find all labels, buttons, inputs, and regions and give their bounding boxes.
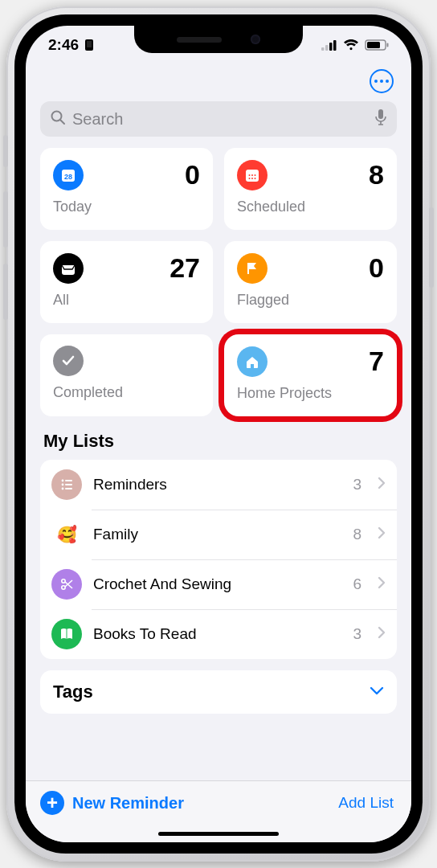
list-item-crochet[interactable]: Crochet And Sewing 6 (40, 559, 397, 609)
book-icon (51, 619, 82, 649)
label-home: Home Projects (237, 385, 384, 402)
svg-rect-5 (333, 40, 337, 51)
list-label: Family (93, 526, 341, 543)
list-item-reminders[interactable]: Reminders 3 (40, 460, 397, 510)
cellular-icon (321, 40, 337, 51)
clock: 2:46 (48, 36, 79, 54)
list-label: Crochet And Sewing (93, 575, 341, 593)
list-bullets-icon (51, 469, 82, 500)
svg-point-20 (255, 174, 256, 176)
svg-line-10 (61, 121, 65, 125)
card-today[interactable]: 28 0 Today (40, 148, 213, 230)
chevron-right-icon (378, 626, 386, 642)
list-count: 3 (353, 625, 361, 643)
list-count: 8 (353, 526, 361, 543)
plus-icon: + (40, 791, 64, 815)
label-flagged: Flagged (237, 292, 384, 309)
list-item-books[interactable]: Books To Read 3 (40, 609, 397, 659)
svg-text:28: 28 (64, 173, 72, 181)
svg-rect-4 (329, 43, 333, 51)
inbox-icon (53, 253, 84, 284)
notch (134, 26, 303, 53)
count-home: 7 (369, 346, 384, 377)
chevron-right-icon (378, 576, 386, 592)
flag-icon (237, 253, 268, 284)
label-today: Today (53, 199, 200, 215)
count-scheduled: 8 (369, 159, 384, 190)
chevron-right-icon (378, 477, 386, 493)
calendar-icon (237, 160, 268, 190)
emoji-icon: 🥰 (51, 519, 82, 550)
list-item-family[interactable]: 🥰 Family 8 (40, 510, 397, 559)
card-all[interactable]: 27 All (40, 241, 213, 323)
label-completed: Completed (53, 384, 200, 401)
new-reminder-label: New Reminder (72, 794, 184, 813)
house-icon (237, 346, 268, 377)
svg-rect-7 (367, 42, 380, 48)
card-scheduled[interactable]: 8 Scheduled (224, 148, 397, 230)
chevron-down-icon (370, 685, 384, 699)
svg-point-26 (62, 484, 64, 486)
svg-point-19 (251, 174, 253, 176)
label-scheduled: Scheduled (237, 199, 384, 215)
tags-header[interactable]: Tags (40, 670, 397, 714)
svg-rect-3 (325, 45, 329, 51)
card-home-projects[interactable]: 7 Home Projects (224, 334, 397, 416)
bottom-toolbar: + New Reminder Add List (26, 780, 411, 825)
svg-rect-8 (387, 43, 389, 47)
scissors-icon (51, 569, 82, 600)
home-indicator[interactable] (26, 825, 411, 842)
battery-icon (365, 39, 389, 51)
add-list-button[interactable]: Add List (338, 794, 394, 812)
svg-rect-1 (87, 41, 92, 47)
svg-point-9 (52, 112, 62, 121)
svg-point-28 (62, 488, 64, 490)
checkmark-icon (53, 346, 84, 376)
svg-rect-25 (65, 480, 72, 481)
svg-point-23 (255, 178, 256, 179)
svg-point-21 (249, 178, 251, 179)
orientation-lock-icon (84, 39, 95, 51)
device-frame: 2:46 (6, 6, 431, 862)
lists: Reminders 3 🥰 Family 8 (40, 460, 397, 659)
search-placeholder: Search (72, 110, 374, 129)
new-reminder-button[interactable]: + New Reminder (40, 791, 184, 815)
wifi-icon (343, 39, 359, 51)
list-count: 3 (353, 476, 361, 493)
label-all: All (53, 292, 200, 309)
card-completed[interactable]: Completed (40, 334, 213, 416)
search-icon (50, 109, 66, 129)
search-input[interactable]: Search (40, 101, 397, 137)
microphone-icon[interactable] (374, 108, 387, 129)
chevron-right-icon (378, 526, 386, 542)
count-today: 0 (185, 159, 200, 190)
list-label: Books To Read (93, 625, 341, 643)
svg-rect-27 (65, 484, 72, 485)
svg-point-24 (62, 480, 64, 482)
svg-rect-2 (321, 47, 325, 51)
calendar-today-icon: 28 (53, 160, 84, 190)
svg-point-18 (249, 174, 251, 176)
list-count: 6 (353, 575, 361, 593)
section-my-lists: My Lists (26, 416, 411, 460)
svg-point-22 (251, 178, 253, 179)
svg-rect-11 (378, 109, 383, 119)
more-button[interactable] (370, 69, 394, 93)
card-flagged[interactable]: 0 Flagged (224, 241, 397, 323)
svg-rect-29 (65, 488, 72, 489)
list-label: Reminders (93, 476, 341, 493)
tags-title: Tags (53, 682, 93, 702)
count-flagged: 0 (369, 252, 384, 284)
count-all: 27 (169, 252, 200, 284)
